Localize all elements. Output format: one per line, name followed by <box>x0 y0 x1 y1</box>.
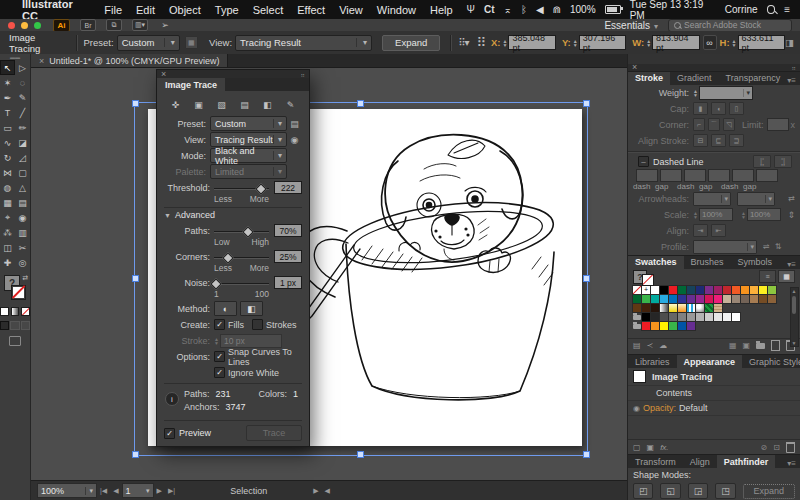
close-document-icon[interactable] <box>39 56 44 66</box>
swatch-fbb03b[interactable] <box>750 286 758 294</box>
cc-sync-icon[interactable]: ☁ <box>659 341 667 350</box>
swatch-29abe2[interactable] <box>660 295 668 303</box>
swap-fill-stroke-icon[interactable]: ⇄ <box>22 274 28 282</box>
show-swatch-kinds-icon[interactable]: ▦ <box>729 341 737 350</box>
menu-object[interactable]: Object <box>169 4 201 16</box>
swatch-c7b299[interactable] <box>723 295 731 303</box>
swatch-93278f[interactable] <box>696 295 704 303</box>
selection-handle-bottom-left[interactable] <box>132 451 139 458</box>
bluetooth-icon[interactable]: ᛒ <box>521 4 527 15</box>
swatch-d4145a[interactable] <box>705 295 713 303</box>
screen-mode-button[interactable] <box>9 336 21 346</box>
swatch-b3b3b3[interactable] <box>696 313 704 321</box>
dock-controlbar-icon[interactable]: ◨ <box>785 37 794 48</box>
bridge-icon[interactable]: Br <box>80 19 96 31</box>
selection-handle-top-left[interactable] <box>132 100 139 107</box>
clear-appearance-icon[interactable]: ⊘ <box>761 443 768 452</box>
swatch-e6e6e6[interactable] <box>714 313 722 321</box>
hand-tool[interactable]: ✚ <box>0 255 15 270</box>
swatch-grad5[interactable] <box>696 304 704 312</box>
weight-stepper[interactable]: ▲▼ <box>693 89 698 97</box>
app-status-icon[interactable]: Ct <box>484 4 495 15</box>
direct-selection-tool[interactable]: ▷ <box>15 60 30 75</box>
selection-handle-top-right[interactable] <box>583 100 590 107</box>
snap-curves-checkbox[interactable] <box>214 351 225 362</box>
swatch-folder[interactable] <box>633 322 641 330</box>
swatches-scrollbar[interactable]: ▲▼ <box>790 287 799 347</box>
menu-effect[interactable]: Effect <box>297 4 325 16</box>
swatch-999999[interactable] <box>687 313 695 321</box>
add-effect-icon[interactable]: fx. <box>660 443 668 452</box>
gradient-tool[interactable]: ▤ <box>15 195 30 210</box>
artboard-number-dropdown[interactable]: 1 <box>122 483 154 498</box>
dash2-field[interactable] <box>684 169 706 182</box>
swatch-662d91[interactable] <box>687 295 695 303</box>
curvature-tool[interactable]: ✎ <box>15 90 30 105</box>
align-options-icon[interactable]: ⠿▾ <box>458 37 468 48</box>
y-stepper[interactable]: ▲▼ <box>573 39 578 47</box>
appearance-item-row[interactable]: Image Tracing <box>628 368 800 386</box>
column-graph-tool[interactable]: ▥ <box>15 225 30 240</box>
swatch-grad2[interactable] <box>669 304 677 312</box>
swatch-folder[interactable] <box>633 313 641 321</box>
zoom-window-button[interactable] <box>34 22 41 29</box>
shaper-tool[interactable]: ∿ <box>0 135 15 150</box>
minus-front-icon[interactable]: ◱ <box>660 483 680 499</box>
shape-builder-tool[interactable]: ◍ <box>0 180 15 195</box>
swatch-262626[interactable] <box>651 313 659 321</box>
preset-menu-icon[interactable]: ▤ <box>287 119 302 129</box>
noise-slider[interactable] <box>214 278 269 288</box>
selection-handle-mid-left[interactable] <box>132 275 139 282</box>
stock-icon[interactable]: ⧉ <box>106 19 122 31</box>
preview-checkbox[interactable] <box>164 428 175 439</box>
preset-dropdown[interactable]: Custom <box>117 35 180 51</box>
workspace-switcher[interactable]: Essentials <box>604 20 658 31</box>
opacity-link[interactable]: Opacity: <box>643 403 676 413</box>
preset-low-color-icon[interactable]: ▧ <box>214 98 230 111</box>
panel-menu-icon[interactable]: ▾≡ <box>787 459 800 468</box>
panel-menu-icon[interactable]: ▾≡ <box>787 76 800 85</box>
none-button[interactable] <box>21 307 30 316</box>
wifi-icon[interactable]: ⋒ <box>553 4 561 15</box>
artboard-tool[interactable]: ◫ <box>0 240 15 255</box>
swatch-grad4[interactable] <box>687 304 695 312</box>
draw-inside-mode[interactable] <box>21 321 30 330</box>
swatch-26140a[interactable] <box>651 304 659 312</box>
swatch-662d91[interactable] <box>687 322 695 330</box>
swatch-ed1c24[interactable] <box>669 286 677 294</box>
zoom-tool[interactable]: ◎ <box>15 255 30 270</box>
tab-swatches[interactable]: Swatches <box>628 256 684 269</box>
swatch-1d2b74[interactable] <box>696 286 704 294</box>
stroke-proxy[interactable] <box>11 285 26 300</box>
w-stepper[interactable]: ▲▼ <box>646 39 651 47</box>
swatch-pat2[interactable] <box>714 304 722 312</box>
tab-brushes[interactable]: Brushes <box>684 256 731 269</box>
menu-clock[interactable]: Tue Sep 13 3:19 PM <box>630 0 716 21</box>
threshold-value[interactable]: 222 <box>274 181 302 194</box>
scroll-left-icon[interactable]: ◀ <box>325 487 330 495</box>
next-artboard-icon[interactable]: ▶ <box>157 487 162 495</box>
swatch-4d4d4d[interactable] <box>660 313 668 321</box>
gpu-performance-icon[interactable]: ➢ <box>158 20 172 30</box>
dictation-icon[interactable]: Ψ <box>467 4 475 15</box>
appearance-contents-row[interactable]: Contents <box>628 386 800 401</box>
preset-auto-color-icon[interactable]: ✜ <box>168 98 184 111</box>
draw-behind-mode[interactable] <box>10 321 19 330</box>
minimize-window-button[interactable] <box>21 22 28 29</box>
tab-pathfinder[interactable]: Pathfinder <box>717 455 776 468</box>
selection-handle-bottom-mid[interactable] <box>357 451 364 458</box>
menu-file[interactable]: File <box>104 4 122 16</box>
reference-point-icon[interactable]: ⠿ <box>476 35 485 50</box>
swatch-9e1f63[interactable] <box>714 286 722 294</box>
swatch-stroke-proxy[interactable] <box>642 274 654 286</box>
swatch-fff200[interactable] <box>660 322 668 330</box>
line-segment-tool[interactable]: ╱ <box>15 105 30 120</box>
preset-black-white-icon[interactable]: ◧ <box>260 98 276 111</box>
h-field[interactable]: 633.611 pt <box>738 35 785 50</box>
swatch-none[interactable] <box>633 286 641 294</box>
duplicate-item-icon[interactable]: ⊡ <box>773 443 780 452</box>
swatch-grad3[interactable] <box>678 304 686 312</box>
dock-drag-dots-icon[interactable]: ⠶ <box>792 64 796 71</box>
spotlight-icon[interactable] <box>767 5 776 14</box>
appearance-opacity-row[interactable]: ◉ Opacity: Default <box>628 401 800 416</box>
